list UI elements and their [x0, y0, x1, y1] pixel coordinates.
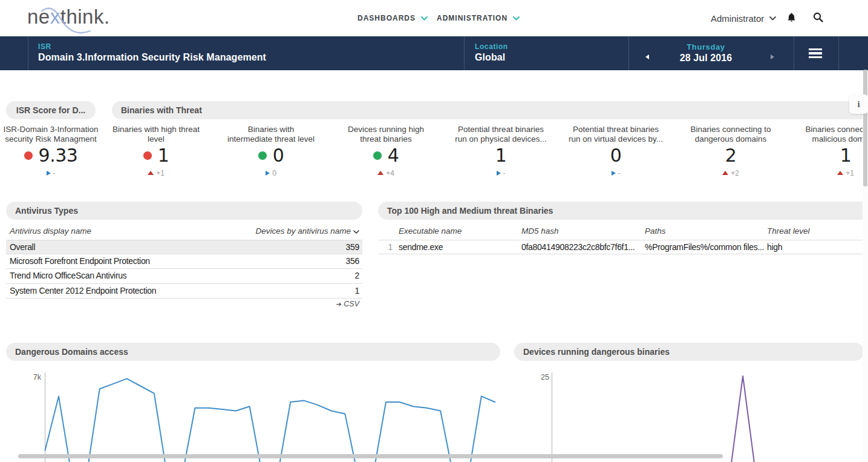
- widget-header-label: Devices running dangerous binaries: [523, 347, 670, 357]
- y-axis-line: [45, 372, 45, 462]
- antivirus-name-cell: Trend Micro OfficeScan Antivirus: [10, 269, 126, 283]
- day-of-week: Thursday: [636, 42, 776, 51]
- widget-header-label: Top 100 High and Medium threat Binaries: [387, 206, 553, 216]
- table-row[interactable]: Overall359: [6, 240, 362, 254]
- metric-label: Binaries connecting tomalicious domains: [788, 125, 868, 144]
- widget-header-isr-score: ISR Score for D...: [6, 101, 96, 119]
- column-header-threat-level[interactable]: Threat level: [767, 226, 810, 236]
- widget-header-dangerous-domains: Dangerous Domains access: [6, 343, 500, 361]
- table-row[interactable]: Trend Micro OfficeScan Antivirus2: [6, 269, 362, 283]
- metric-value: 0: [273, 145, 284, 166]
- change-icon: [612, 171, 616, 176]
- sort-descending-icon: [353, 226, 359, 236]
- metric-value-row: 0: [558, 144, 673, 167]
- change-value: +2: [731, 169, 739, 177]
- csv-label: CSV: [344, 300, 359, 308]
- column-header-executable[interactable]: Executable name: [399, 226, 462, 236]
- info-icon[interactable]: i: [849, 94, 868, 114]
- metric-label: ISR-Domain 3-Informationsecurity Risk Ma…: [0, 125, 108, 144]
- metric-value: 0: [610, 145, 622, 166]
- user-menu[interactable]: Administrator: [711, 0, 776, 36]
- chevron-down-icon: [769, 16, 776, 21]
- separator: [464, 36, 465, 70]
- metric-label: Potential threat binariesrun on virtual …: [558, 125, 673, 144]
- nexthink-logo[interactable]: nexthink.: [27, 5, 110, 32]
- metric-value-row: 1: [99, 144, 214, 167]
- column-header-md5[interactable]: MD5 hash: [521, 226, 559, 236]
- metric-label: Binaries connecting todangerous domains: [673, 125, 788, 144]
- menu-administration[interactable]: ADMINISTRATION: [437, 0, 520, 36]
- widget-header-binaries-threat: Binaries with Threat: [112, 101, 868, 119]
- md5-cell: 0fa80414908223c2c8bfc7f6f1...: [521, 240, 641, 254]
- device-count-cell: 2: [355, 269, 360, 283]
- table-row[interactable]: 1sendme.exe0fa80414908223c2c8bfc7f6f1...…: [378, 240, 868, 254]
- kpi-metric[interactable]: Binaries withintermediate threat level00: [214, 125, 328, 177]
- metric-change: -: [0, 169, 108, 177]
- column-header-paths[interactable]: Paths: [645, 226, 666, 236]
- column-header-antivirus-name[interactable]: Antivirus display name: [10, 226, 91, 236]
- horizontal-scrollbar-thumb[interactable]: [18, 454, 723, 459]
- table-row[interactable]: Microsoft Forefront Endpoint Protection3…: [6, 254, 362, 269]
- notifications-bell-icon[interactable]: [786, 12, 797, 22]
- search-icon[interactable]: [813, 12, 823, 22]
- hamburger-menu-icon[interactable]: [809, 48, 822, 60]
- kpi-metric[interactable]: Binaries connecting tomalicious domains1…: [788, 125, 868, 177]
- metric-value: 2: [725, 145, 737, 166]
- csv-export-link[interactable]: ➔ CSV: [299, 300, 359, 308]
- column-header-devices-count[interactable]: Devices by antivirus name: [255, 226, 359, 236]
- chevron-down-icon: [513, 16, 520, 21]
- date-navigator: Thursday 28 Jul 2016: [636, 36, 776, 70]
- antivirus-name-cell: Overall: [10, 240, 35, 254]
- metric-change: +1: [788, 169, 868, 177]
- y-axis-line: [552, 372, 552, 462]
- date-value: 28 Jul 2016: [636, 53, 776, 64]
- kpi-metric[interactable]: Devices running highthreat binaries4+4: [328, 125, 443, 177]
- y-axis-tick-label: 25: [525, 373, 549, 381]
- kpi-metric[interactable]: Potential threat binariesrun on physical…: [443, 125, 558, 177]
- widget-header-antivirus-types: Antivirus Types: [6, 202, 362, 220]
- change-icon: [837, 171, 843, 175]
- metric-change: +2: [673, 169, 788, 177]
- breadcrumb-module[interactable]: ISR: [38, 42, 266, 51]
- kpi-metric[interactable]: ISR-Domain 3-Informationsecurity Risk Ma…: [0, 125, 108, 177]
- csv-arrow-icon: ➔: [336, 300, 342, 308]
- metric-change: -: [558, 169, 673, 177]
- widget-header-label: Antivirus Types: [15, 206, 78, 216]
- user-menu-label: Administrator: [711, 13, 764, 24]
- metric-value-row: 2: [673, 144, 788, 167]
- change-icon: [266, 171, 270, 176]
- change-value: +4: [386, 169, 394, 177]
- widget-header-top100-binaries: Top 100 High and Medium threat Binaries: [378, 202, 868, 220]
- widget-header-devices-dangerous-binaries: Devices running dangerous binaries: [514, 343, 864, 361]
- kpi-metric[interactable]: Binaries connecting todangerous domains2…: [673, 125, 788, 177]
- change-value: +1: [846, 169, 854, 177]
- next-day-arrow[interactable]: [771, 51, 774, 62]
- location-selector[interactable]: Location Global: [475, 36, 508, 70]
- menu-dashboards[interactable]: DASHBOARDS: [357, 0, 428, 36]
- status-dot: [24, 151, 33, 160]
- device-count-cell: 356: [346, 254, 359, 268]
- kpi-metric[interactable]: Binaries with high threatlevel1+1: [99, 125, 214, 177]
- change-value: 0: [272, 169, 276, 177]
- metric-change: 0: [214, 169, 328, 177]
- metric-value-row: 4: [328, 144, 443, 167]
- row-index-cell: 1: [378, 240, 393, 254]
- paths-cell: %ProgramFiles%/common files...: [645, 240, 766, 254]
- table-row[interactable]: System Center 2012 Endpoint Protection1: [6, 284, 362, 299]
- context-bar: ISR Domain 3.Information Security Risk M…: [0, 36, 868, 70]
- menu-administration-label: ADMINISTRATION: [437, 14, 507, 22]
- logo-text-ne: ne: [27, 5, 50, 28]
- widget-header-label: Dangerous Domains access: [15, 347, 128, 357]
- device-count-cell: 1: [355, 284, 360, 298]
- metric-label: Potential threat binariesrun on physical…: [443, 125, 558, 144]
- change-icon: [722, 171, 728, 175]
- vertical-scrollbar-thumb[interactable]: [863, 70, 867, 186]
- column-header-label: Devices by antivirus name: [255, 226, 351, 236]
- breadcrumb[interactable]: ISR Domain 3.Information Security Risk M…: [38, 36, 266, 70]
- metric-value-row: 0: [214, 144, 328, 167]
- threat-level-cell: high: [767, 240, 852, 254]
- widget-header-label: Binaries with Threat: [121, 105, 202, 115]
- executable-cell: sendme.exe: [399, 240, 517, 254]
- kpi-metric[interactable]: Potential threat binariesrun on virtual …: [558, 125, 673, 177]
- metric-change: +4: [328, 169, 443, 177]
